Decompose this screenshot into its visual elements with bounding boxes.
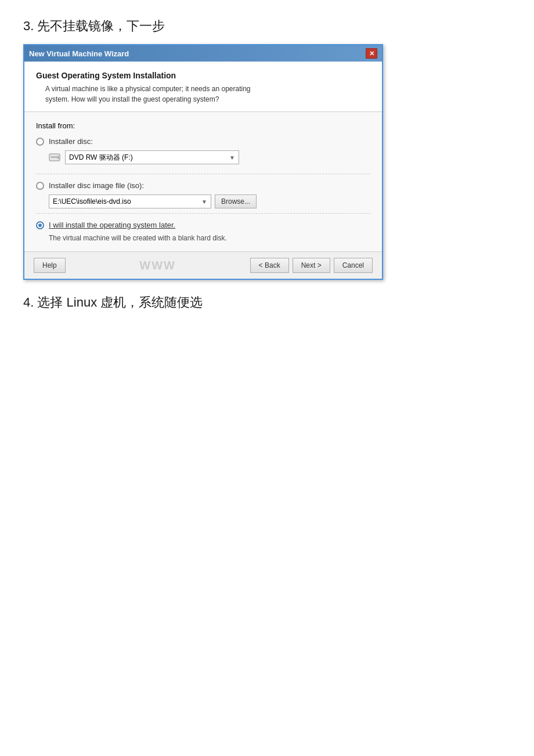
wizard-window: New Virtual Machine Wizard ✕ Guest Opera…: [23, 44, 383, 280]
dropdown-arrow-icon: ▼: [229, 154, 235, 161]
wizard-header-desc: A virtual machine is like a physical com…: [45, 84, 370, 105]
step4-heading: 4. 选择 Linux 虚机，系统随便选: [23, 294, 511, 311]
help-button[interactable]: Help: [34, 258, 66, 273]
installer-disc-option[interactable]: Installer disc:: [36, 137, 370, 146]
install-later-desc: The virtual machine will be created with…: [49, 234, 370, 242]
iso-path-area: E:\UEC\isofile\eis-dvd.iso ▼ Browse...: [49, 195, 370, 208]
iso-label: Installer disc image file (iso):: [49, 181, 144, 190]
wizard-titlebar: New Virtual Machine Wizard ✕: [24, 45, 382, 62]
next-button[interactable]: Next >: [293, 258, 330, 273]
installer-disc-radio[interactable]: [36, 138, 44, 146]
svg-rect-1: [50, 156, 57, 158]
watermark: WWW: [139, 259, 176, 272]
back-button[interactable]: < Back: [250, 258, 289, 273]
step3-heading: 3. 先不挂载镜像，下一步: [23, 17, 511, 35]
install-from-label: Install from:: [36, 121, 370, 130]
wizard-footer: Help WWW < Back Next > Cancel: [24, 251, 382, 279]
wizard-title: New Virtual Machine Wizard: [29, 49, 129, 58]
install-later-section: I will install the operating system late…: [36, 221, 370, 242]
dvd-icon: [49, 152, 62, 163]
install-later-radio[interactable]: [36, 221, 44, 229]
cancel-label: Cancel: [342, 261, 364, 269]
next-label: Next >: [301, 261, 322, 269]
iso-path-value: E:\UEC\isofile\eis-dvd.iso: [53, 197, 131, 206]
install-later-option[interactable]: I will install the operating system late…: [36, 221, 370, 229]
separator1: [36, 174, 370, 174]
dvd-label: DVD RW 驱动器 (F:): [69, 153, 133, 163]
wizard-header-title: Guest Operating System Installation: [36, 71, 370, 80]
iso-radio[interactable]: [36, 182, 44, 190]
cancel-button[interactable]: Cancel: [334, 258, 373, 273]
iso-option[interactable]: Installer disc image file (iso):: [36, 181, 370, 190]
installer-disc-label: Installer disc:: [49, 137, 93, 146]
iso-dropdown-arrow-icon: ▼: [201, 199, 207, 205]
wizard-header: Guest Operating System Installation A vi…: [24, 62, 382, 112]
svg-point-3: [58, 157, 59, 158]
dvd-dropdown-area: DVD RW 驱动器 (F:) ▼: [49, 150, 370, 164]
wizard-body: Guest Operating System Installation A vi…: [24, 62, 382, 279]
install-later-label: I will install the operating system late…: [49, 221, 175, 229]
dvd-dropdown[interactable]: DVD RW 驱动器 (F:) ▼: [65, 150, 239, 164]
separator2: [36, 213, 370, 214]
wizard-content: Install from: Installer disc:: [24, 112, 382, 251]
back-label: < Back: [259, 261, 280, 269]
browse-button[interactable]: Browse...: [215, 195, 257, 208]
iso-path-input[interactable]: E:\UEC\isofile\eis-dvd.iso ▼: [49, 195, 211, 208]
close-button[interactable]: ✕: [366, 48, 377, 59]
